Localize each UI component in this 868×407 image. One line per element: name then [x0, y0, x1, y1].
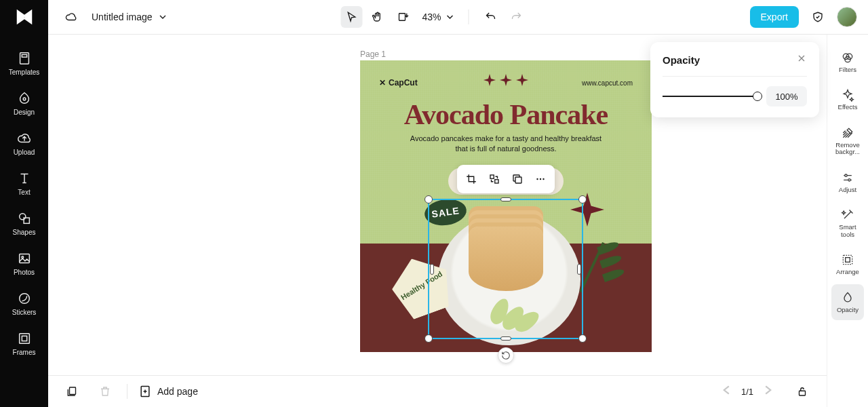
zoom-value: 43% — [422, 12, 441, 22]
project-title-text: Untitled image — [92, 12, 153, 22]
hand-tool[interactable] — [366, 6, 388, 28]
sidebar-item-upload[interactable]: Upload — [0, 124, 48, 163]
project-title[interactable]: Untitled image — [92, 12, 166, 22]
chevron-down-icon — [159, 14, 166, 20]
svg-rect-0 — [399, 14, 405, 21]
redo-button — [506, 6, 528, 28]
close-icon[interactable] — [796, 53, 807, 66]
svg-rect-26 — [846, 258, 850, 263]
svg-rect-2 — [22, 55, 26, 58]
zoom-dropdown[interactable]: 43% — [422, 12, 453, 22]
right-item-smart-tools[interactable]: Smart tools — [831, 201, 864, 245]
artboard-stars — [484, 74, 528, 86]
artboard-brand: CapCut — [379, 78, 418, 88]
undo-button[interactable] — [480, 6, 502, 28]
sidebar-item-photos[interactable]: Photos — [0, 244, 48, 283]
select-tool[interactable] — [340, 6, 362, 28]
page-counter: 1/1 — [741, 387, 753, 397]
sidebar-item-stickers[interactable]: Stickers — [0, 284, 48, 323]
top-bar: Untitled image 43% Export — [0, 0, 868, 35]
svg-rect-10 — [22, 336, 26, 341]
artboard-banner — [448, 168, 564, 195]
artboard[interactable]: CapCut www.capcut.com Avocado Pancake Av… — [360, 60, 652, 352]
sidebar-item-design[interactable]: Design — [0, 84, 48, 123]
shield-icon[interactable] — [807, 6, 829, 28]
svg-rect-9 — [19, 334, 29, 344]
left-sidebar: Templates Design Upload Text Shapes Phot… — [0, 35, 48, 407]
export-button[interactable]: Export — [750, 6, 799, 28]
lock-button[interactable] — [791, 381, 813, 402]
divider — [127, 384, 127, 399]
top-center-tools: 43% — [340, 6, 527, 28]
sidebar-item-text[interactable]: Text — [0, 164, 48, 203]
user-avatar[interactable] — [837, 7, 857, 27]
add-page-label: Add page — [157, 386, 198, 397]
right-item-effects[interactable]: Effects — [831, 81, 864, 117]
resize-canvas-button[interactable] — [392, 6, 414, 28]
right-item-adjust[interactable]: Adjust — [831, 164, 864, 200]
next-page-button — [763, 385, 772, 398]
add-page-button[interactable]: Add page — [138, 385, 198, 398]
app-logo[interactable] — [0, 0, 48, 35]
top-right-controls: Export — [750, 6, 857, 28]
pager: 1/1 — [722, 381, 813, 402]
pancake-graphic — [469, 227, 543, 291]
right-item-opacity[interactable]: Opacity — [831, 284, 864, 320]
pages-panel-button[interactable] — [62, 381, 83, 402]
delete-page-button — [94, 381, 116, 402]
sidebar-item-frames[interactable]: Frames — [0, 324, 48, 363]
artboard-url: www.capcut.com — [582, 79, 633, 87]
opacity-value[interactable]: 100% — [766, 86, 807, 106]
artboard-title: Avocado Pancake — [360, 98, 652, 131]
right-item-remove-bg[interactable]: Remove backgr... — [831, 119, 864, 163]
right-item-filters[interactable]: Filters — [831, 44, 864, 80]
svg-rect-6 — [19, 254, 29, 263]
divider — [469, 9, 469, 24]
chevron-down-icon — [447, 14, 454, 20]
right-sidebar: Filters Effects Remove backgr... Adjust … — [827, 35, 868, 407]
sidebar-item-shapes[interactable]: Shapes — [0, 204, 48, 243]
svg-point-24 — [848, 178, 850, 180]
opacity-slider[interactable] — [663, 96, 758, 97]
svg-point-4 — [19, 214, 25, 220]
leaf-graphic — [584, 237, 631, 298]
artboard-subtitle: Avocado pancakes make for a tasty and he… — [408, 134, 604, 154]
svg-rect-25 — [843, 255, 852, 264]
sidebar-item-templates[interactable]: Templates — [0, 44, 48, 83]
cloud-sync-icon[interactable] — [60, 6, 82, 28]
svg-rect-19 — [800, 391, 806, 395]
opacity-panel-title: Opacity — [663, 54, 700, 66]
svg-point-8 — [19, 294, 29, 304]
opacity-panel: Opacity 100% — [650, 42, 819, 117]
svg-point-3 — [23, 98, 26, 100]
page-label: Page 1 — [360, 50, 386, 59]
slider-thumb[interactable] — [753, 92, 762, 101]
bottom-bar: Add page 1/1 — [48, 375, 827, 407]
svg-rect-17 — [70, 387, 76, 395]
svg-point-23 — [845, 174, 847, 176]
right-item-arrange[interactable]: Arrange — [831, 246, 864, 282]
prev-page-button — [722, 385, 732, 398]
